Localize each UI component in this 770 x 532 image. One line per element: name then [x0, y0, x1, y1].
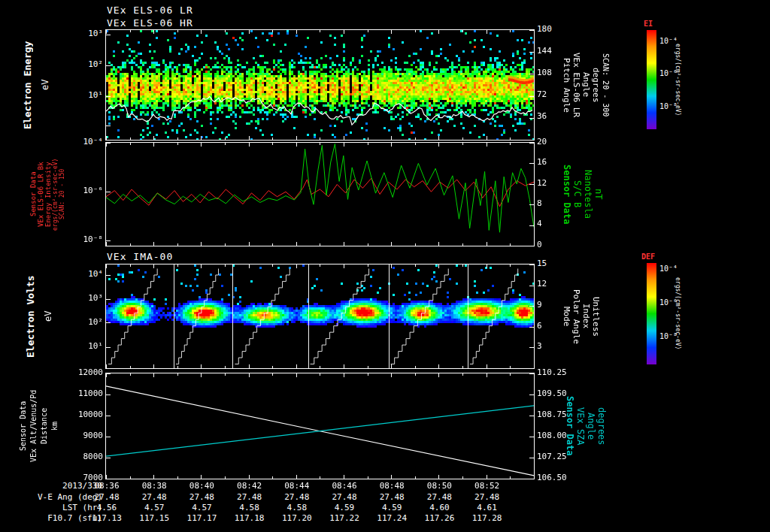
p2-right-title-1: S/C B [573, 143, 582, 246]
table-value: 4.56 [90, 503, 123, 512]
p2-left-title-4: SCAN: 20 - 150 [59, 143, 65, 246]
p3-left-tick: 10⁴ [71, 270, 103, 279]
p2-left-title-3: ergs/(cm²-sr-sec-eV) [53, 143, 59, 246]
p3-right-title-0: Mode [562, 264, 571, 368]
p2-left-title-0: Sensor Data [30, 143, 37, 246]
p1-left-tick: 10³ [71, 29, 103, 38]
time-tick-label: 08:50 [423, 482, 455, 491]
p3-left-tick: 10¹ [71, 342, 103, 351]
els-spectrogram-canvas [106, 30, 534, 140]
table-value: 27.48 [90, 493, 123, 502]
altitude-sza-line-canvas [106, 373, 534, 479]
p2-left-title-1: VEx ELS-06 LR Bk [38, 143, 44, 246]
p1-right-title-0: Pitch Angle [562, 30, 571, 140]
p1-left-tick: 10² [71, 60, 103, 69]
ima-colorbar-tick: 10⁻⁴ [659, 264, 685, 273]
table-value: 117.13 [90, 514, 123, 523]
els-colorbar-tick: 10⁻⁴ [659, 37, 685, 45]
table-value: 27.48 [328, 493, 361, 502]
table-value: 117.15 [138, 514, 171, 523]
table-value: 27.48 [185, 493, 218, 502]
table-value: 4.60 [423, 503, 456, 512]
p4-left-tick: 8000 [68, 452, 103, 461]
time-tick-label: 08:46 [329, 482, 360, 491]
plot-title-line2: VEx ELS-06 HR [107, 17, 193, 29]
p4-right-title-3: degrees [597, 373, 606, 479]
table-value: 4.61 [471, 503, 504, 512]
table-value: 4.59 [328, 503, 361, 512]
p1-right-title-1: VEx ELS-06 LR [572, 30, 581, 140]
p4-left-tick: 11000 [68, 389, 103, 398]
table-value: 117.24 [375, 514, 408, 523]
p4-left-tick: 10000 [68, 410, 103, 419]
table-value: 117.26 [423, 514, 456, 523]
p2-left-title-2: Energy Intensity [45, 143, 52, 246]
p4-left-title-0: Sensor Data [20, 373, 27, 479]
time-tick-label: 08:36 [91, 482, 123, 491]
table-value: 4.57 [185, 503, 218, 512]
table-value: 117.17 [185, 514, 218, 523]
ima-colorbar-tick: 10⁻⁸ [659, 332, 685, 340]
p3-left-title-0: Electron Volts [26, 264, 35, 368]
table-value: 27.48 [375, 493, 408, 502]
time-tick-label: 08:38 [138, 482, 170, 491]
panel3-title: VEx IMA-00 [107, 251, 173, 262]
p4-right-title-2: Angle [587, 373, 596, 479]
table-value: 27.48 [423, 493, 456, 502]
plot-title-line1: VEx ELS-06 LR [107, 5, 193, 16]
p4-right-title-0: Sensor Data [565, 373, 574, 479]
table-value: 117.22 [328, 514, 361, 523]
ima-colorbar [647, 263, 656, 364]
table-value: 4.59 [375, 503, 408, 512]
p4-left-tick: 12000 [68, 368, 103, 377]
ima-colorbar-unit: ergs/(cm²-sr-sec-eV) [675, 263, 681, 364]
p2-right-title-2: Nanotesla [584, 143, 593, 246]
p2-right-title-0: Sensor Data [562, 143, 571, 246]
time-tick-label: 08:40 [186, 482, 217, 491]
table-value: 27.48 [280, 493, 314, 502]
table-value: 117.28 [471, 514, 504, 523]
p2-right-title-3: nT [594, 143, 603, 246]
p1-left-tick: 10¹ [71, 91, 103, 100]
p4-right-title-1: VEx SZA [576, 373, 585, 479]
p4-left-tick: 9000 [68, 431, 103, 440]
p1-right-title-3: degrees [592, 30, 600, 140]
intensity-bfield-line-canvas [106, 143, 534, 246]
p3-right-title-1: Polar Angle [572, 264, 581, 368]
els-colorbar [647, 30, 656, 129]
table-value: 4.57 [138, 503, 171, 512]
p2-left-tick: 10⁻⁴ [71, 138, 103, 147]
p4-left-title-2: Distance [41, 373, 48, 479]
p1-left-title-1: eV [41, 30, 50, 140]
p1-left-title-0: Electron Energy [23, 30, 32, 140]
p3-right-title-2: Index [582, 264, 590, 368]
vex-quicklook-plot: VEx ELS-06 LR VEx ELS-06 HR VEx IMA-00 E… [0, 0, 770, 532]
table-value: 27.48 [138, 493, 171, 502]
p4-left-title-3: km [51, 373, 59, 479]
els-colorbar-label: EI [644, 20, 653, 28]
p3-left-tick: 10³ [71, 294, 103, 303]
ima-colorbar-tick: 10⁻⁶ [659, 298, 685, 307]
p1-right-title-2: Angle [582, 30, 590, 140]
p2-left-tick: 10⁻⁸ [71, 235, 103, 244]
table-value: 4.58 [233, 503, 266, 512]
p2-left-tick: 10⁻⁶ [71, 186, 103, 195]
p4-left-title-1: VEx Alt/Venus/Pd [30, 373, 38, 479]
ima-spectrogram-canvas [106, 264, 534, 368]
ima-colorbar-label: DEF [641, 252, 655, 261]
time-tick-label: 08:42 [234, 482, 265, 491]
table-value: 117.20 [280, 514, 314, 523]
table-value: 4.58 [280, 503, 314, 512]
p3-left-tick: 10² [71, 318, 103, 327]
table-value: 117.18 [233, 514, 266, 523]
p3-left-title-1: eV [44, 264, 53, 368]
table-row-label: V-E Ang (deg) [6, 493, 102, 502]
table-value: 27.48 [233, 493, 266, 502]
els-colorbar-tick: 10⁻⁶ [659, 69, 685, 77]
table-row-label: F10.7 (sfu) [6, 514, 102, 523]
table-value: 27.48 [471, 493, 504, 502]
time-tick-label: 08:52 [471, 482, 503, 491]
p1-right-title-4: SCAN: 20 - 300 [602, 30, 609, 140]
time-tick-label: 08:48 [376, 482, 408, 491]
time-tick-label: 08:44 [281, 482, 313, 491]
